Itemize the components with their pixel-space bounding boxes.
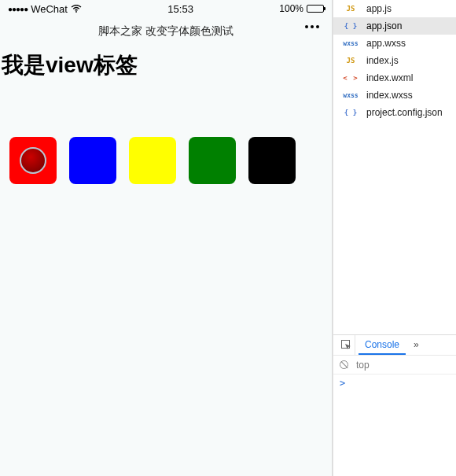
battery-pct-label: 100% bbox=[279, 3, 303, 14]
phone-simulator: ●●●●● WeChat 15:53 100% 脚本之家 改变字体颜色测试 我是… bbox=[0, 0, 333, 476]
tab-console[interactable]: Console bbox=[359, 335, 406, 355]
file-item[interactable]: { } app.json bbox=[333, 17, 456, 35]
signal-dots-icon: ●●●●● bbox=[8, 5, 28, 13]
console-panel: Console » top > bbox=[333, 334, 456, 476]
status-bar: ●●●●● WeChat 15:53 100% bbox=[0, 0, 332, 17]
color-swatch-row bbox=[0, 90, 332, 184]
clock-label: 15:53 bbox=[167, 3, 193, 15]
wxml-file-icon: < > bbox=[341, 74, 360, 82]
color-swatch-yellow[interactable] bbox=[129, 137, 176, 184]
file-item[interactable]: wxss app.wxss bbox=[333, 35, 456, 52]
color-swatch-red[interactable] bbox=[9, 137, 57, 184]
carrier-label: WeChat bbox=[31, 3, 68, 15]
tabs-overflow-button[interactable]: » bbox=[409, 335, 424, 355]
console-tabbar: Console » bbox=[333, 335, 456, 356]
wifi-icon bbox=[71, 3, 82, 15]
file-name: index.wxss bbox=[366, 90, 413, 101]
page-body: 我是view标签 bbox=[0, 46, 332, 476]
json-file-icon: { } bbox=[341, 109, 360, 116]
file-name: app.wxss bbox=[366, 38, 406, 49]
file-item[interactable]: { } project.config.json bbox=[333, 104, 456, 121]
color-swatch-green[interactable] bbox=[189, 137, 236, 184]
scope-dropdown[interactable]: top bbox=[356, 360, 370, 371]
svg-point-0 bbox=[75, 11, 77, 13]
battery-icon bbox=[307, 5, 324, 13]
nav-bar: 脚本之家 改变字体颜色测试 bbox=[0, 17, 332, 46]
clear-console-icon[interactable] bbox=[340, 360, 348, 369]
json-file-icon: { } bbox=[341, 22, 360, 30]
file-name: index.wxml bbox=[366, 72, 413, 83]
page-title: 脚本之家 改变字体颜色测试 bbox=[98, 24, 234, 39]
file-name: app.js bbox=[366, 3, 392, 14]
js-file-icon: JS bbox=[341, 57, 360, 65]
file-item[interactable]: JS app.js bbox=[333, 0, 456, 17]
file-name: app.json bbox=[366, 20, 402, 31]
console-filter-bar: top bbox=[333, 356, 456, 375]
view-heading: 我是view标签 bbox=[0, 46, 332, 90]
selected-indicator-icon bbox=[20, 147, 46, 174]
js-file-icon: JS bbox=[341, 5, 360, 13]
file-item[interactable]: JS index.js bbox=[333, 52, 456, 69]
file-item[interactable]: < > index.wxml bbox=[333, 69, 456, 87]
wxss-file-icon: wxss bbox=[341, 40, 360, 47]
color-swatch-blue[interactable] bbox=[69, 137, 116, 184]
console-body[interactable]: > bbox=[333, 375, 456, 476]
file-name: project.config.json bbox=[366, 107, 443, 118]
file-name: index.js bbox=[366, 55, 399, 66]
prompt-icon: > bbox=[340, 378, 345, 389]
wxss-file-icon: wxss bbox=[341, 92, 360, 99]
inspect-icon[interactable] bbox=[338, 335, 355, 355]
color-swatch-black[interactable] bbox=[248, 137, 296, 184]
file-item[interactable]: wxss index.wxss bbox=[333, 87, 456, 104]
file-explorer: JS app.js { } app.json wxss app.wxss JS … bbox=[333, 0, 456, 334]
menu-button[interactable] bbox=[305, 25, 319, 28]
side-panel: JS app.js { } app.json wxss app.wxss JS … bbox=[333, 0, 456, 476]
